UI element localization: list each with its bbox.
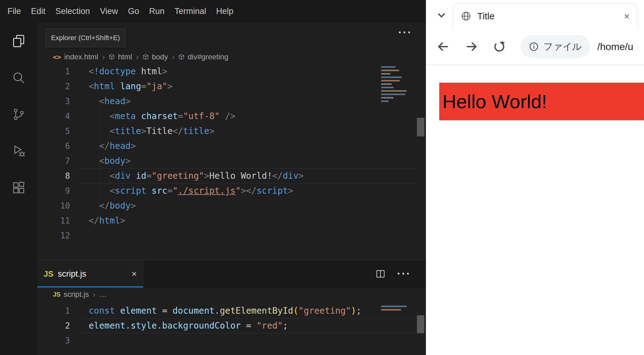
explorer-tooltip: Explorer (Ctrl+Shift+E) <box>45 29 126 47</box>
minimap[interactable] <box>381 66 408 104</box>
chevron-down-icon[interactable] <box>435 8 448 22</box>
activity-bar <box>0 23 38 355</box>
menu-item-go[interactable]: Go <box>123 7 144 16</box>
run-debug-icon[interactable] <box>0 133 37 169</box>
line-number: 11 <box>37 213 70 228</box>
menu-item-help[interactable]: Help <box>211 7 239 16</box>
minimap-line <box>381 80 400 81</box>
explorer-icon[interactable] <box>0 23 37 59</box>
minimap-line <box>381 66 395 68</box>
menu-item-selection[interactable]: Selection <box>50 7 95 16</box>
tab-title: Title <box>477 11 495 21</box>
more-actions-icon[interactable]: ··· <box>397 265 411 283</box>
breadcrumb-js: JS script.js › … <box>37 287 426 302</box>
code-text: </html> <box>89 213 125 228</box>
breadcrumb-file[interactable]: script.js <box>63 290 89 299</box>
code-text: <script src="./script.js"></script> <box>89 183 293 198</box>
line-number: 5 <box>37 124 70 139</box>
breadcrumb-html: <> index.html › html › body › <box>37 50 426 64</box>
line-number: 2 <box>37 79 70 94</box>
code-line-2[interactable]: 2<html lang="ja"> <box>37 79 417 94</box>
split-editor-icon[interactable] <box>375 269 386 279</box>
line-number: 1 <box>37 64 70 79</box>
breadcrumb-segment-div-greeting[interactable]: div#greeting <box>188 53 228 61</box>
site-info-chip[interactable]: ファイル <box>520 35 590 58</box>
line-number: 6 <box>37 139 70 154</box>
menu-item-edit[interactable]: Edit <box>26 7 51 16</box>
tab-script-js[interactable]: JS script.js × <box>37 260 143 288</box>
code-text: <body> <box>89 154 131 168</box>
editor-area: ··· <> index.html › html › body <box>37 23 426 355</box>
symbol-element-icon <box>142 54 149 60</box>
html-file-icon: <> <box>53 53 61 61</box>
code-text: <html lang="ja"> <box>89 79 173 94</box>
minimap[interactable] <box>381 306 408 312</box>
line-number: 12 <box>37 228 70 243</box>
code-line-9[interactable]: 9 <script src="./script.js"></script> <box>37 183 417 198</box>
code-line-5[interactable]: 5 <title>Title</title> <box>37 124 417 139</box>
line-number: 9 <box>37 183 70 198</box>
code-text: <meta charset="utf-8" /> <box>89 109 236 124</box>
code-line-2[interactable]: 2element.style.backgroundColor = "red"; <box>37 318 417 333</box>
menu-item-run[interactable]: Run <box>144 7 170 16</box>
forward-icon[interactable] <box>464 40 478 53</box>
line-number: 10 <box>37 198 70 213</box>
greeting-banner: Hello World! <box>439 83 644 120</box>
js-editor-code: 1const element = document.getElementById… <box>37 303 417 348</box>
browser-tab[interactable]: Title × <box>453 3 637 29</box>
close-icon[interactable]: × <box>131 269 137 279</box>
chevron-right-icon: › <box>136 52 139 62</box>
chevron-right-icon: › <box>172 52 175 62</box>
minimap-line <box>381 94 405 95</box>
code-line-3[interactable]: 3 <head> <box>37 94 417 109</box>
breadcrumb-ellipsis[interactable]: … <box>99 290 107 299</box>
minimap-line <box>381 90 407 92</box>
code-line-6[interactable]: 6 </head> <box>37 139 417 154</box>
minimap-line <box>381 309 401 311</box>
menu-item-view[interactable]: View <box>95 7 123 16</box>
code-line-8[interactable]: 8 <div id="greeting">Hello World!</div> <box>37 168 417 183</box>
chip-label: ファイル <box>544 40 582 53</box>
code-text: <title>Title</title> <box>89 124 215 139</box>
minimap-line <box>381 76 402 78</box>
code-line-1[interactable]: 1const element = document.getElementById… <box>37 303 417 318</box>
code-text: </body> <box>89 198 136 213</box>
back-icon[interactable] <box>436 40 450 53</box>
search-icon[interactable] <box>0 59 37 96</box>
scrollbar-thumb[interactable] <box>417 118 424 136</box>
code-line-10[interactable]: 10 </body> <box>37 198 417 213</box>
code-line-12[interactable]: 12 <box>37 228 417 243</box>
breadcrumb-segment-body[interactable]: body <box>152 53 168 61</box>
scrollbar-thumb[interactable] <box>417 315 424 333</box>
breadcrumb-file[interactable]: index.html <box>64 53 98 61</box>
line-number: 8 <box>37 168 70 183</box>
code-line-11[interactable]: 11</html> <box>37 213 417 228</box>
vscode-window: File Edit Selection View Go Run Terminal… <box>0 0 426 355</box>
address-url[interactable]: /home/u <box>597 41 633 53</box>
reload-icon[interactable] <box>492 40 506 53</box>
code-line-7[interactable]: 7 <body> <box>37 154 417 168</box>
panel-tab-bar: JS script.js × ··· <box>37 260 426 288</box>
menu-item-terminal[interactable]: Terminal <box>170 7 211 16</box>
close-icon[interactable]: × <box>624 11 630 22</box>
code-text: </head> <box>89 139 136 154</box>
code-line-4[interactable]: 4 <meta charset="utf-8" /> <box>37 109 417 124</box>
line-number: 3 <box>37 333 70 348</box>
symbol-element-icon <box>109 54 115 60</box>
code-line-1[interactable]: 1<!doctype html> <box>37 64 417 79</box>
menu-item-file[interactable]: File <box>2 7 26 16</box>
code-text: <head> <box>89 94 131 109</box>
minimap-line <box>381 100 389 102</box>
breadcrumb-segment-html[interactable]: html <box>118 53 132 61</box>
minimap-line <box>381 306 407 307</box>
source-control-icon[interactable] <box>0 96 37 133</box>
code-text: <!doctype html> <box>89 64 167 79</box>
line-number: 3 <box>37 94 70 109</box>
code-text: <div id="greeting">Hello World!</div> <box>89 168 304 183</box>
globe-icon <box>460 11 472 22</box>
symbol-element-icon <box>178 54 184 60</box>
extensions-icon[interactable] <box>0 169 37 206</box>
code-line-3[interactable]: 3 <box>37 333 417 348</box>
more-actions-icon[interactable]: ··· <box>398 23 412 42</box>
menu-bar: File Edit Selection View Go Run Terminal… <box>0 0 428 23</box>
